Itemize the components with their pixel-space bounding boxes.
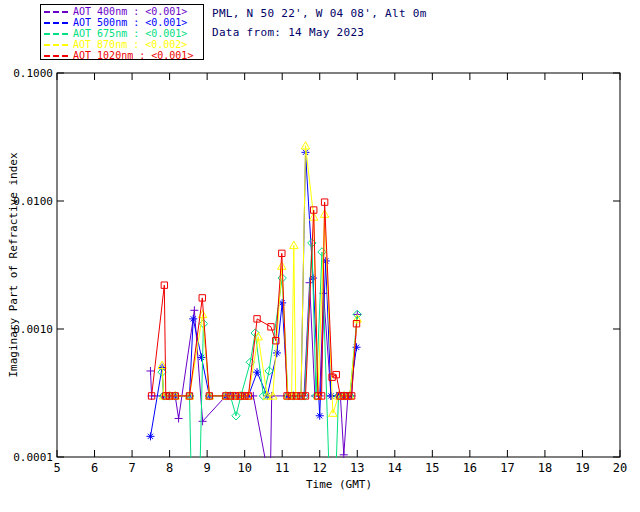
x-tick-label: 7	[128, 461, 135, 475]
x-axis-ticks: 567891011121314151617181920	[53, 73, 627, 475]
x-tick-label: 16	[463, 461, 477, 475]
x-tick-label: 18	[538, 461, 552, 475]
x-tick-label: 19	[575, 461, 589, 475]
x-tick-label: 10	[237, 461, 251, 475]
x-tick-label: 20	[613, 461, 627, 475]
x-tick-label: 9	[204, 461, 211, 475]
x-axis-title: Time (GMT)	[306, 478, 372, 491]
series-870nm	[158, 142, 362, 417]
x-tick-label: 17	[500, 461, 514, 475]
x-tick-label: 6	[91, 461, 98, 475]
y-tick-label: 0.1000	[13, 67, 53, 80]
y-tick-label: 0.0001	[13, 451, 53, 464]
x-tick-label: 5	[53, 461, 60, 475]
x-tick-label: 14	[388, 461, 402, 475]
y-axis-ticks: 0.00010.00100.01000.1000	[13, 67, 620, 464]
y-axis-title: Imaginary Part of Refractive index	[7, 152, 20, 377]
aeronet-refractive-index-chart: AOT 400nm : <0.001>AOT 500nm : <0.001>AO…	[0, 0, 640, 512]
x-tick-label: 12	[313, 461, 327, 475]
x-tick-label: 15	[425, 461, 439, 475]
x-tick-label: 8	[166, 461, 173, 475]
chart-plot-area: 5678910111213141516171819200.00010.00100…	[0, 0, 640, 512]
x-tick-label: 13	[350, 461, 364, 475]
x-tick-label: 11	[275, 461, 289, 475]
